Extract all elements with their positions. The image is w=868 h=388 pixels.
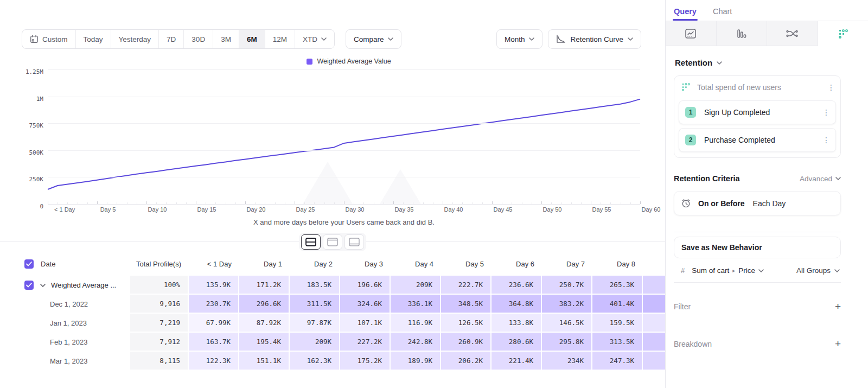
total-profiles-cell: 100% <box>130 276 189 295</box>
range-today[interactable]: Today <box>75 30 111 48</box>
x-axis-tick <box>206 202 206 204</box>
measure-dropdown[interactable]: Sum of cart ▸ Price <box>692 266 764 275</box>
retention-criteria-title: Retention Criteria <box>674 174 740 183</box>
granularity-button[interactable]: Month <box>496 29 543 49</box>
range-xtd[interactable]: XTD <box>295 30 334 48</box>
x-axis-tick <box>107 202 107 204</box>
range-6m[interactable]: 6M <box>239 30 265 48</box>
x-axis-tick <box>255 202 256 204</box>
compare-label: Compare <box>354 35 384 43</box>
chart-type-button[interactable]: Retention Curve <box>548 29 641 49</box>
x-axis-tick <box>186 202 187 204</box>
gridline <box>48 97 640 97</box>
x-axis-labels: < 1 DayDay 5Day 10Day 15Day 20Day 25Day … <box>11 206 640 215</box>
total-profiles-cell: 9,916 <box>130 295 189 314</box>
retention-value-cell: 196.6K <box>340 276 391 295</box>
add-breakdown-button[interactable]: + <box>835 339 841 349</box>
y-axis-tick-label: 1.25M <box>12 68 43 75</box>
clock-icon <box>681 198 691 208</box>
x-axis-tick <box>512 202 512 204</box>
filter-row: Filter + <box>674 301 841 311</box>
step-sign-up-completed[interactable]: 1 Sign Up Completed ⋮ <box>679 100 836 124</box>
retention-value-cell: 135.9K <box>189 276 239 295</box>
table-row: Feb 1, 20237,912163.7K195.4K209K227.2K24… <box>0 333 665 352</box>
x-axis-tick <box>78 202 78 204</box>
x-axis-caption: X and more days before your Users came b… <box>48 218 640 226</box>
y-axis-tick-label: 250K <box>12 176 43 183</box>
range-yesterday[interactable]: Yesterday <box>111 30 159 48</box>
x-axis-tick <box>97 201 98 204</box>
filter-label: Filter <box>674 302 691 311</box>
x-axis-tick <box>473 202 473 204</box>
retention-value-cell: 236.6K <box>492 276 542 295</box>
condition-label: On or Before <box>698 199 745 208</box>
x-axis-tick-label: < 1 Day <box>54 206 75 213</box>
x-axis-tick <box>295 201 295 204</box>
retention-icon[interactable] <box>818 21 868 46</box>
toolbar-right-group: Month Retention Curve <box>496 29 641 49</box>
x-axis-tick <box>621 202 621 204</box>
retention-value-cell: 364.8K <box>492 295 542 314</box>
x-axis-tick <box>354 202 354 204</box>
retention-section-title: Retention <box>675 58 712 67</box>
tab-query[interactable]: Query <box>674 7 697 21</box>
step-purchase-completed[interactable]: 2 Purchase Completed ⋮ <box>679 128 836 152</box>
tab-chart[interactable]: Chart <box>713 7 732 21</box>
range-12m[interactable]: 12M <box>265 30 295 48</box>
y-axis-tick-label: 750K <box>12 122 43 129</box>
row-label[interactable]: Jan 1, 2023 <box>0 314 130 333</box>
x-axis-tick <box>117 202 117 204</box>
criteria-condition-card[interactable]: On or Before Each Day <box>674 191 841 215</box>
chart-type-label: Retention Curve <box>570 35 623 43</box>
condition-frequency: Each Day <box>753 199 786 208</box>
x-axis-tick-label: Day 55 <box>592 206 611 213</box>
behavior-header[interactable]: Total spend of new users ⋮ <box>674 76 840 97</box>
x-axis-tick <box>571 202 572 204</box>
retention-value-cell: 401.4K <box>592 295 643 314</box>
range-custom[interactable]: Custom <box>22 30 75 48</box>
chevron-down-icon <box>717 61 722 65</box>
x-axis-tick-label: Day 30 <box>346 206 365 213</box>
row-label[interactable]: Weighted Average ... <box>0 276 130 295</box>
x-axis-tick <box>58 202 58 204</box>
view-toggle-band-top-icon[interactable] <box>323 234 342 250</box>
retention-value-cell: 324.6K <box>340 295 391 314</box>
retention-value-cell: 234K <box>542 352 592 371</box>
all-groups-dropdown[interactable]: All Groups <box>796 266 840 275</box>
view-toggle-band-bottom-icon[interactable] <box>344 234 364 250</box>
retention-value-cell-clipped <box>643 276 665 295</box>
query-sidebar: Query Chart <box>665 0 868 388</box>
save-as-new-behavior-button[interactable]: Save as New Behavior <box>674 237 841 258</box>
row-label[interactable]: Dec 1, 2022 <box>0 295 130 314</box>
criteria-mode-dropdown[interactable]: Advanced <box>800 175 841 183</box>
kebab-icon[interactable]: ⋮ <box>826 84 836 91</box>
kebab-icon[interactable]: ⋮ <box>821 136 831 144</box>
x-axis-tick <box>630 202 631 204</box>
report-type-tabs <box>666 21 868 46</box>
table-row: Dec 1, 20229,916230.7K296.6K311.5K324.6K… <box>0 295 665 314</box>
x-axis-tick <box>67 202 68 204</box>
chevron-down-icon <box>628 37 633 41</box>
row-label[interactable]: Mar 1, 2023 <box>0 352 130 371</box>
select-all-checkbox[interactable] <box>24 259 34 269</box>
compare-button[interactable]: Compare <box>346 29 402 49</box>
chart-legend[interactable]: Weighted Average Value <box>33 58 665 65</box>
insights-icon[interactable] <box>666 21 717 46</box>
table-row: Weighted Average ...100%135.9K171.2K183.… <box>0 276 665 295</box>
total-profiles-cell: 7,219 <box>130 314 189 333</box>
kebab-icon[interactable]: ⋮ <box>821 109 831 116</box>
retention-section-header[interactable]: Retention <box>675 58 841 67</box>
row-checkbox[interactable] <box>24 281 34 290</box>
sidebar-tabs: Query Chart <box>666 0 868 21</box>
retention-value-cell: 146.5K <box>542 314 592 333</box>
range-7d[interactable]: 7D <box>158 30 183 48</box>
row-label[interactable]: Feb 1, 2023 <box>0 333 130 352</box>
retention-value-cell: 296.6K <box>239 295 290 314</box>
flows-icon[interactable] <box>767 21 818 46</box>
total-profiles-cell: 8,115 <box>130 352 189 371</box>
add-filter-button[interactable]: + <box>835 301 841 311</box>
view-toggle-split-middle-icon[interactable] <box>301 234 321 250</box>
range-30d[interactable]: 30D <box>183 30 213 48</box>
range-3m[interactable]: 3M <box>213 30 239 48</box>
bar-chart-icon[interactable] <box>717 21 768 46</box>
